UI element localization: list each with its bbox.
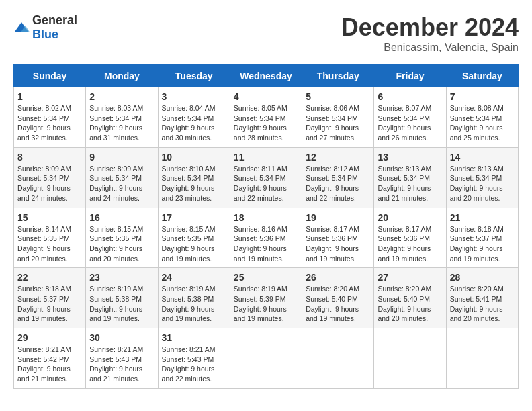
day-info: Sunrise: 8:18 AM Sunset: 5:37 PM Dayligh…	[450, 224, 515, 264]
day-number: 13	[378, 152, 442, 163]
day-number: 16	[89, 212, 154, 223]
day-info: Sunrise: 8:15 AM Sunset: 5:35 PM Dayligh…	[89, 224, 154, 264]
day-number: 6	[378, 91, 442, 102]
day-number: 2	[89, 91, 154, 102]
logo: General Blue	[13, 13, 77, 42]
table-cell: 4Sunrise: 8:05 AM Sunset: 5:34 PM Daylig…	[230, 87, 302, 148]
table-cell: 31Sunrise: 8:21 AM Sunset: 5:43 PM Dayli…	[158, 328, 230, 389]
day-number: 5	[306, 91, 370, 102]
day-number: 8	[17, 152, 82, 163]
table-cell: 7Sunrise: 8:08 AM Sunset: 5:34 PM Daylig…	[446, 87, 518, 148]
day-info: Sunrise: 8:10 AM Sunset: 5:34 PM Dayligh…	[162, 164, 226, 203]
day-info: Sunrise: 8:21 AM Sunset: 5:42 PM Dayligh…	[17, 345, 82, 384]
logo-icon	[13, 21, 30, 34]
day-number: 31	[162, 332, 226, 343]
day-info: Sunrise: 8:05 AM Sunset: 5:34 PM Dayligh…	[234, 103, 298, 143]
day-number: 11	[234, 152, 298, 163]
table-cell: 9Sunrise: 8:09 AM Sunset: 5:34 PM Daylig…	[86, 147, 158, 208]
day-number: 20	[378, 212, 442, 223]
header-saturday: Saturday	[446, 65, 518, 87]
day-info: Sunrise: 8:17 AM Sunset: 5:36 PM Dayligh…	[378, 224, 442, 264]
day-info: Sunrise: 8:09 AM Sunset: 5:34 PM Dayligh…	[89, 164, 154, 203]
logo-text: General Blue	[32, 13, 77, 42]
page-header: General Blue December 2024 Benicassim, V…	[13, 13, 519, 54]
day-info: Sunrise: 8:16 AM Sunset: 5:36 PM Dayligh…	[234, 224, 298, 264]
header-monday: Monday	[86, 65, 158, 87]
day-number: 30	[89, 332, 154, 343]
table-cell: 25Sunrise: 8:19 AM Sunset: 5:39 PM Dayli…	[230, 268, 302, 328]
day-info: Sunrise: 8:21 AM Sunset: 5:43 PM Dayligh…	[162, 345, 226, 384]
header-friday: Friday	[374, 65, 446, 87]
table-cell: 17Sunrise: 8:15 AM Sunset: 5:35 PM Dayli…	[158, 208, 230, 268]
table-cell: 24Sunrise: 8:19 AM Sunset: 5:38 PM Dayli…	[158, 268, 230, 328]
day-number: 9	[89, 152, 154, 163]
table-cell: 28Sunrise: 8:20 AM Sunset: 5:41 PM Dayli…	[446, 268, 518, 328]
day-info: Sunrise: 8:02 AM Sunset: 5:34 PM Dayligh…	[17, 103, 82, 143]
table-cell: 27Sunrise: 8:20 AM Sunset: 5:40 PM Dayli…	[374, 268, 446, 328]
location-subtitle: Benicassim, Valencia, Spain	[341, 42, 519, 54]
logo-general: General	[32, 13, 77, 27]
day-info: Sunrise: 8:03 AM Sunset: 5:34 PM Dayligh…	[89, 103, 154, 143]
table-cell: 12Sunrise: 8:12 AM Sunset: 5:34 PM Dayli…	[302, 147, 374, 208]
table-cell: 8Sunrise: 8:09 AM Sunset: 5:34 PM Daylig…	[14, 147, 86, 208]
day-info: Sunrise: 8:21 AM Sunset: 5:43 PM Dayligh…	[89, 345, 154, 384]
day-info: Sunrise: 8:19 AM Sunset: 5:39 PM Dayligh…	[234, 284, 298, 324]
month-year-title: December 2024	[341, 13, 519, 42]
table-cell: 21Sunrise: 8:18 AM Sunset: 5:37 PM Dayli…	[446, 208, 518, 268]
day-number: 28	[450, 272, 515, 283]
day-number: 4	[234, 91, 298, 102]
table-cell: 18Sunrise: 8:16 AM Sunset: 5:36 PM Dayli…	[230, 208, 302, 268]
day-info: Sunrise: 8:20 AM Sunset: 5:41 PM Dayligh…	[450, 284, 515, 324]
day-info: Sunrise: 8:13 AM Sunset: 5:34 PM Dayligh…	[450, 164, 515, 203]
table-cell: 13Sunrise: 8:13 AM Sunset: 5:34 PM Dayli…	[374, 147, 446, 208]
day-number: 14	[450, 152, 515, 163]
week-row-2: 8Sunrise: 8:09 AM Sunset: 5:34 PM Daylig…	[14, 147, 519, 208]
title-area: December 2024 Benicassim, Valencia, Spai…	[341, 13, 519, 54]
day-number: 23	[89, 272, 154, 283]
table-cell: 22Sunrise: 8:18 AM Sunset: 5:37 PM Dayli…	[14, 268, 86, 328]
day-info: Sunrise: 8:15 AM Sunset: 5:35 PM Dayligh…	[162, 224, 226, 264]
day-info: Sunrise: 8:14 AM Sunset: 5:35 PM Dayligh…	[17, 224, 82, 264]
table-cell: 5Sunrise: 8:06 AM Sunset: 5:34 PM Daylig…	[302, 87, 374, 148]
table-cell: 3Sunrise: 8:04 AM Sunset: 5:34 PM Daylig…	[158, 87, 230, 148]
logo-blue: Blue	[32, 28, 58, 41]
day-info: Sunrise: 8:19 AM Sunset: 5:38 PM Dayligh…	[89, 284, 154, 324]
day-number: 17	[162, 212, 226, 223]
day-info: Sunrise: 8:09 AM Sunset: 5:34 PM Dayligh…	[17, 164, 82, 203]
day-info: Sunrise: 8:20 AM Sunset: 5:40 PM Dayligh…	[306, 284, 370, 324]
table-cell: 26Sunrise: 8:20 AM Sunset: 5:40 PM Dayli…	[302, 268, 374, 328]
calendar-table: Sunday Monday Tuesday Wednesday Thursday…	[13, 64, 519, 389]
table-cell	[446, 328, 518, 389]
day-number: 15	[17, 212, 82, 223]
table-cell: 16Sunrise: 8:15 AM Sunset: 5:35 PM Dayli…	[86, 208, 158, 268]
day-number: 29	[17, 332, 82, 343]
header-tuesday: Tuesday	[158, 65, 230, 87]
table-cell: 19Sunrise: 8:17 AM Sunset: 5:36 PM Dayli…	[302, 208, 374, 268]
table-cell: 6Sunrise: 8:07 AM Sunset: 5:34 PM Daylig…	[374, 87, 446, 148]
table-cell: 29Sunrise: 8:21 AM Sunset: 5:42 PM Dayli…	[14, 328, 86, 389]
table-cell: 15Sunrise: 8:14 AM Sunset: 5:35 PM Dayli…	[14, 208, 86, 268]
day-number: 24	[162, 272, 226, 283]
day-number: 27	[378, 272, 442, 283]
table-cell	[230, 328, 302, 389]
table-cell: 2Sunrise: 8:03 AM Sunset: 5:34 PM Daylig…	[86, 87, 158, 148]
day-number: 1	[17, 91, 82, 102]
table-cell: 11Sunrise: 8:11 AM Sunset: 5:34 PM Dayli…	[230, 147, 302, 208]
week-row-1: 1Sunrise: 8:02 AM Sunset: 5:34 PM Daylig…	[14, 87, 519, 148]
day-number: 12	[306, 152, 370, 163]
header-thursday: Thursday	[302, 65, 374, 87]
day-number: 21	[450, 212, 515, 223]
day-number: 10	[162, 152, 226, 163]
table-cell: 14Sunrise: 8:13 AM Sunset: 5:34 PM Dayli…	[446, 147, 518, 208]
table-cell	[302, 328, 374, 389]
table-cell: 10Sunrise: 8:10 AM Sunset: 5:34 PM Dayli…	[158, 147, 230, 208]
table-cell: 30Sunrise: 8:21 AM Sunset: 5:43 PM Dayli…	[86, 328, 158, 389]
day-info: Sunrise: 8:20 AM Sunset: 5:40 PM Dayligh…	[378, 284, 442, 324]
day-info: Sunrise: 8:11 AM Sunset: 5:34 PM Dayligh…	[234, 164, 298, 203]
week-row-3: 15Sunrise: 8:14 AM Sunset: 5:35 PM Dayli…	[14, 208, 519, 268]
day-info: Sunrise: 8:18 AM Sunset: 5:37 PM Dayligh…	[17, 284, 82, 324]
week-row-4: 22Sunrise: 8:18 AM Sunset: 5:37 PM Dayli…	[14, 268, 519, 328]
day-number: 26	[306, 272, 370, 283]
table-cell: 1Sunrise: 8:02 AM Sunset: 5:34 PM Daylig…	[14, 87, 86, 148]
table-cell	[374, 328, 446, 389]
